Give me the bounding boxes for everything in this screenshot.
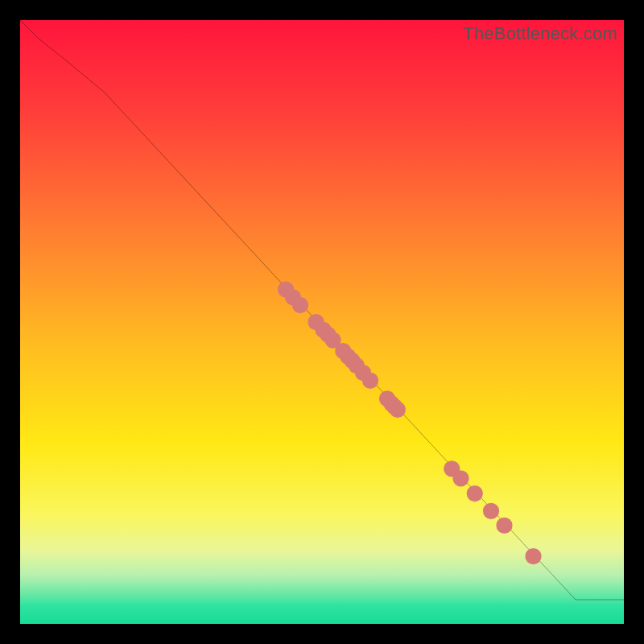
chart-svg (20, 20, 624, 624)
data-dot (496, 518, 512, 534)
data-dot (362, 373, 378, 389)
performance-curve (20, 20, 624, 600)
chart-stage: TheBottleneck.com (0, 0, 644, 644)
data-dot (467, 485, 483, 502)
data-dot (390, 402, 406, 418)
data-dot (292, 297, 308, 313)
data-dot (483, 503, 499, 519)
data-dot (452, 470, 469, 486)
data-dot (525, 548, 541, 564)
data-markers (278, 281, 542, 564)
watermark-label: TheBottleneck.com (463, 23, 617, 44)
plot-area: TheBottleneck.com (20, 20, 624, 624)
